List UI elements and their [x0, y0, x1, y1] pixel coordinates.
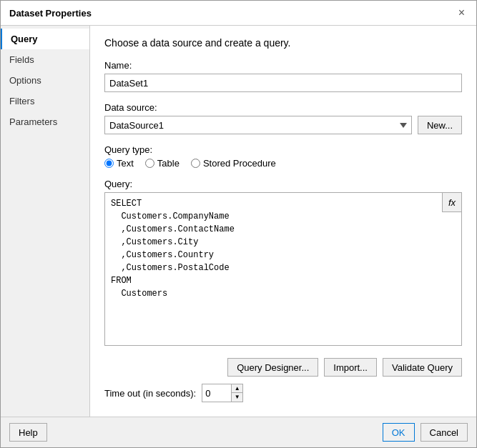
sidebar-item-parameters[interactable]: Parameters	[1, 111, 89, 132]
query-group: Query: SELECT Customers.CompanyName ,Cus…	[104, 179, 462, 348]
import-button[interactable]: Import...	[324, 358, 377, 377]
query-type-group: Query type: Text Table Stored Procedure	[104, 144, 462, 169]
query-type-label: Query type:	[104, 144, 462, 155]
sidebar: Query Fields Options Filters Parameters	[1, 26, 90, 417]
validate-query-button[interactable]: Validate Query	[383, 358, 462, 377]
dialog-body: Query Fields Options Filters Parameters …	[1, 26, 476, 417]
query-textarea[interactable]: SELECT Customers.CompanyName ,Customers.…	[104, 192, 462, 346]
sidebar-item-query[interactable]: Query	[1, 29, 89, 49]
spinner-buttons: ▲ ▼	[231, 384, 242, 402]
query-actions: Query Designer... Import... Validate Que…	[104, 358, 462, 377]
footer-right: OK Cancel	[383, 423, 468, 442]
page-description: Choose a data source and create a query.	[104, 37, 462, 49]
sidebar-item-options[interactable]: Options	[1, 70, 89, 91]
cancel-button[interactable]: Cancel	[421, 423, 468, 442]
timeout-label: Time out (in seconds):	[104, 388, 196, 399]
fx-button[interactable]: fx	[442, 192, 462, 212]
query-label: Query:	[104, 179, 462, 189]
radio-stored-procedure[interactable]: Stored Procedure	[191, 158, 276, 169]
query-type-row: Text Table Stored Procedure	[104, 158, 462, 169]
name-label: Name:	[104, 60, 462, 71]
close-icon[interactable]: ×	[456, 6, 468, 19]
sidebar-item-filters[interactable]: Filters	[1, 91, 89, 111]
radio-stored-procedure-input[interactable]	[191, 159, 200, 168]
name-group: Name:	[104, 60, 462, 92]
ok-button[interactable]: OK	[383, 423, 415, 442]
radio-table[interactable]: Table	[145, 158, 180, 169]
spinner-up-button[interactable]: ▲	[231, 384, 242, 393]
data-source-label: Data source:	[104, 102, 462, 113]
radio-text-label: Text	[117, 158, 134, 169]
timeout-row: Time out (in seconds): ▲ ▼	[104, 384, 462, 402]
data-source-select[interactable]: DataSource1	[104, 116, 412, 134]
spinner-down-button[interactable]: ▼	[231, 393, 242, 402]
query-designer-button[interactable]: Query Designer...	[227, 358, 318, 377]
radio-text[interactable]: Text	[104, 158, 134, 169]
sidebar-item-fields[interactable]: Fields	[1, 49, 89, 70]
radio-table-input[interactable]	[145, 159, 154, 168]
radio-table-label: Table	[157, 158, 180, 169]
data-source-row: DataSource1 New...	[104, 116, 462, 134]
dialog-title: Dataset Properties	[9, 8, 92, 19]
timeout-spinner: ▲ ▼	[202, 384, 243, 402]
new-button[interactable]: New...	[418, 116, 462, 134]
name-input[interactable]	[104, 74, 462, 92]
radio-text-input[interactable]	[104, 159, 114, 168]
timeout-input[interactable]	[202, 384, 231, 402]
dataset-properties-dialog: Dataset Properties × Query Fields Option…	[0, 0, 477, 448]
radio-stored-procedure-label: Stored Procedure	[203, 158, 276, 169]
title-bar: Dataset Properties ×	[1, 1, 476, 26]
help-button[interactable]: Help	[9, 423, 47, 442]
data-source-group: Data source: DataSource1 New...	[104, 102, 462, 134]
query-area-container: SELECT Customers.CompanyName ,Customers.…	[104, 192, 462, 348]
dialog-footer: Help OK Cancel	[1, 417, 476, 447]
main-content: Choose a data source and create a query.…	[90, 26, 476, 417]
